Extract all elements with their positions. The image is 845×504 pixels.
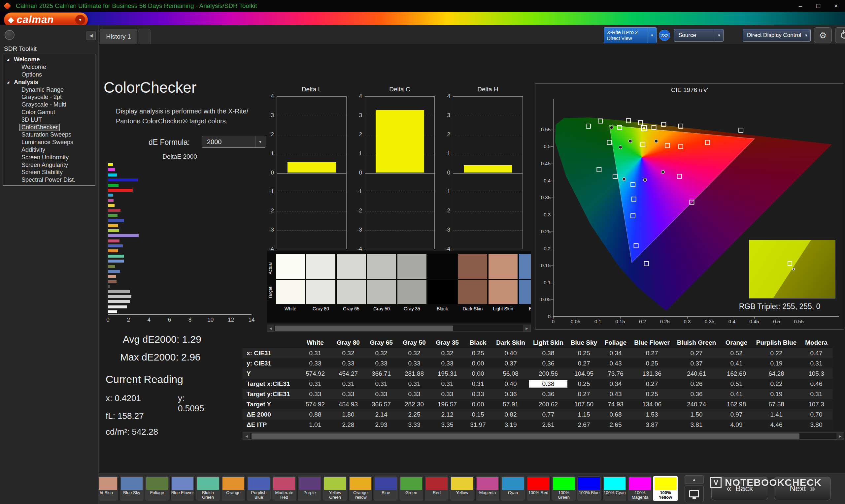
table-cell[interactable]: 0.46 (800, 380, 833, 388)
table-cell[interactable]: 281.88 (398, 370, 431, 377)
scrollbar-thumb[interactable] (251, 433, 799, 439)
table-cell[interactable]: 31.97 (464, 421, 492, 429)
table-cell[interactable]: 0.41 (720, 360, 753, 367)
table-cell[interactable]: 0.31 (299, 349, 332, 357)
table-cell[interactable]: 0.43 (600, 391, 631, 398)
table-cell[interactable]: 0.27 (631, 380, 673, 388)
table-cell[interactable]: 0.27 (631, 349, 673, 357)
table-cell[interactable]: 104.95 (567, 370, 600, 377)
table-cell[interactable]: 2.25 (398, 411, 431, 418)
patch-button-100-blue[interactable]: 100% Blue (577, 476, 601, 501)
chevron-down-icon[interactable]: ▼ (802, 29, 810, 41)
scroll-right-icon[interactable]: ▶ (837, 433, 844, 439)
sidebar-item-colorchecker[interactable]: ColorChecker (3, 123, 95, 131)
table-cell[interactable]: 4.46 (753, 421, 800, 429)
table-cell[interactable]: 0.32 (398, 349, 431, 357)
table-cell[interactable]: 162.69 (720, 370, 753, 377)
table-cell[interactable]: 0.33 (464, 391, 492, 398)
table-cell[interactable]: 2.14 (365, 411, 398, 418)
table-cell[interactable]: 0.31 (398, 380, 431, 388)
table-cell[interactable]: 0.40 (492, 380, 529, 388)
table-cell[interactable]: 0.31 (332, 380, 365, 388)
table-cell[interactable]: 195.31 (431, 370, 464, 377)
table-cell[interactable]: 0.00 (464, 401, 492, 408)
sidebar-item-options[interactable]: Options (3, 71, 95, 78)
table-cell[interactable]: 3.35 (431, 421, 464, 429)
sidebar-item-grayscale-2pt[interactable]: Grayscale - 2pt (3, 93, 95, 101)
scroll-right-icon[interactable]: ▶ (523, 325, 530, 331)
table-cell[interactable]: 1.53 (631, 411, 673, 418)
patch-button-green[interactable]: Green (399, 476, 423, 501)
table-cell[interactable]: 0.70 (800, 411, 833, 418)
sidebar-item-additivity[interactable]: Additivity (3, 146, 95, 154)
sidebar-item-3d-lut[interactable]: 3D LUT (3, 116, 95, 123)
patch-button-100-red[interactable]: 100% Red (526, 476, 550, 501)
table-cell[interactable]: 0.33 (398, 391, 431, 398)
table-cell[interactable]: 0.88 (299, 411, 332, 418)
table-cell[interactable]: 366.71 (365, 370, 398, 377)
table-cell[interactable]: 1.50 (673, 411, 720, 418)
table-cell[interactable]: 0.38 (529, 349, 567, 357)
table-cell[interactable]: 0.33 (299, 360, 332, 367)
table-cell[interactable]: 0.97 (720, 411, 753, 418)
table-cell[interactable]: 0.25 (631, 360, 673, 367)
table-cell[interactable]: 0.40 (492, 349, 529, 357)
table-cell[interactable]: 0.33 (431, 391, 464, 398)
table-cell[interactable]: 64.28 (753, 370, 800, 377)
de-formula-dropdown[interactable]: 2000 ▼ (202, 136, 265, 148)
table-cell[interactable]: 0.38 (529, 380, 567, 388)
table-cell[interactable]: 162.98 (720, 401, 753, 408)
table-cell[interactable]: 0.36 (529, 360, 567, 367)
table-cell[interactable]: 0.36 (529, 391, 567, 398)
session-options-button[interactable] (5, 30, 15, 40)
tab-history-1[interactable]: History 1 (100, 29, 137, 44)
patch-button-ht-skin[interactable]: ht Skin (99, 476, 119, 501)
table-cell[interactable]: 0.51 (720, 380, 753, 388)
table-cell[interactable]: 0.32 (332, 349, 365, 357)
display-control-selector[interactable]: Direct Display Control ▼ (743, 29, 811, 41)
table-cell[interactable]: 1.01 (299, 421, 332, 429)
patch-button-orange[interactable]: Orange (221, 476, 246, 501)
scroll-left-icon[interactable]: ◀ (267, 325, 274, 331)
table-cell[interactable]: 0.82 (492, 411, 529, 418)
table-cell[interactable]: 0.33 (332, 360, 365, 367)
close-button[interactable]: × (827, 0, 845, 12)
patch-button-bluish-green[interactable]: Bluish Green (196, 476, 220, 501)
table-cell[interactable]: 0.00 (464, 370, 492, 377)
sidebar-item-dynamic-range[interactable]: Dynamic Range (3, 86, 95, 93)
patch-bar-expand-button[interactable]: ▲ (685, 475, 704, 484)
table-cell[interactable]: 0.37 (492, 360, 529, 367)
sidebar-item-grayscale-multi[interactable]: Grayscale - Multi (3, 101, 95, 109)
table-cell[interactable]: 0.27 (673, 349, 720, 357)
table-cell[interactable]: 2.93 (365, 421, 398, 429)
table-cell[interactable]: 0.52 (720, 349, 753, 357)
table-cell[interactable]: 366.57 (365, 401, 398, 408)
table-cell[interactable]: 454.93 (332, 401, 365, 408)
swatch-scrollbar[interactable]: ◀ ▶ (267, 325, 531, 332)
table-cell[interactable]: 1.15 (567, 411, 600, 418)
table-cell[interactable]: 105.3 (800, 370, 833, 377)
table-cell[interactable]: 3.87 (631, 421, 673, 429)
patch-button-cyan[interactable]: Cyan (501, 476, 525, 501)
table-cell[interactable]: 1.80 (332, 411, 365, 418)
source-selector[interactable]: Source ▼ (674, 29, 723, 41)
table-cell[interactable]: 73.76 (600, 370, 631, 377)
patch-button-purplish-blue[interactable]: Purplish Blue (247, 476, 271, 501)
sidebar-item-screen-uniformity[interactable]: Screen Uniformity (3, 154, 95, 161)
table-cell[interactable]: 0.31 (365, 380, 398, 388)
chevron-down-icon[interactable]: ▼ (715, 29, 723, 41)
table-cell[interactable]: 0.19 (753, 360, 800, 367)
patch-button-blue[interactable]: Blue (374, 476, 398, 501)
tab-stub[interactable] (138, 29, 151, 44)
table-cell[interactable]: 3.80 (800, 421, 833, 429)
patch-button-100-green[interactable]: 100% Green (551, 476, 576, 501)
table-cell[interactable]: 131.36 (631, 370, 673, 377)
table-cell[interactable]: 0.25 (631, 391, 673, 398)
maximize-button[interactable]: □ (809, 0, 827, 12)
back-button[interactable]: « Back (711, 476, 768, 500)
table-cell[interactable]: 0.19 (753, 391, 800, 398)
table-cell[interactable]: 107.50 (567, 401, 600, 408)
sidebar-collapse-button[interactable]: ◀ (87, 31, 96, 40)
sidebar-item-screen-angularity[interactable]: Screen Angularity (3, 161, 95, 168)
pattern-window-button[interactable] (685, 485, 704, 502)
